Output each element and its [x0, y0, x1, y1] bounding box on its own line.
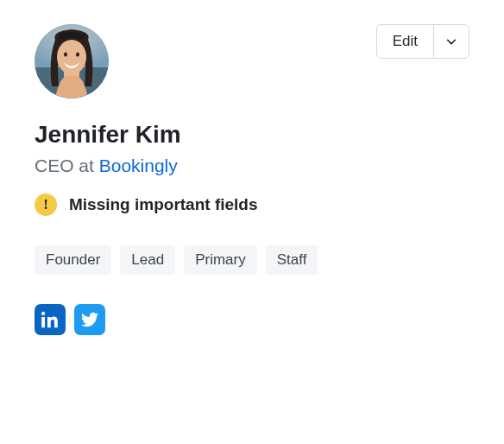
avatar[interactable]: [35, 24, 109, 98]
profile-role: CEO: [35, 155, 74, 175]
role-connector: at: [74, 155, 99, 175]
tags-row: Founder Lead Primary Staff: [35, 245, 469, 275]
tag[interactable]: Founder: [35, 245, 111, 275]
profile-name: Jennifer Kim: [35, 121, 469, 149]
twitter-button[interactable]: [74, 304, 105, 335]
avatar-image: [35, 24, 109, 98]
warning-icon: !: [35, 193, 57, 216]
svg-point-4: [64, 53, 67, 57]
linkedin-icon: [41, 311, 59, 328]
svg-point-3: [57, 40, 86, 74]
linkedin-button[interactable]: [35, 304, 66, 335]
company-link[interactable]: Bookingly: [99, 155, 178, 175]
socials-row: [35, 304, 469, 335]
edit-button-group: Edit: [376, 24, 469, 59]
edit-dropdown-button[interactable]: [434, 25, 469, 58]
profile-subtitle: CEO at Bookingly: [35, 155, 469, 176]
warning-text: Missing important fields: [69, 195, 258, 214]
svg-point-5: [76, 53, 79, 57]
tag[interactable]: Lead: [120, 245, 175, 275]
edit-button[interactable]: Edit: [377, 25, 434, 58]
tag[interactable]: Staff: [266, 245, 318, 275]
twitter-icon: [81, 311, 98, 328]
chevron-down-icon: [445, 35, 457, 48]
tag[interactable]: Primary: [184, 245, 257, 275]
warning-banner[interactable]: ! Missing important fields: [35, 193, 469, 216]
